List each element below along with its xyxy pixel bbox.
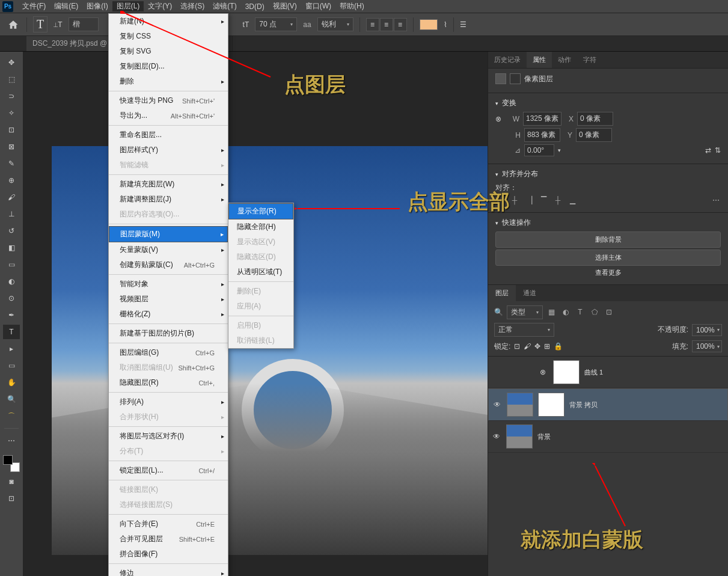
layer-name[interactable]: 背景 拷贝 xyxy=(569,400,598,409)
menu-item[interactable]: 矢量蒙版(V) xyxy=(109,242,228,257)
view-more-link[interactable]: 查看更多 xyxy=(495,268,721,277)
layer-row[interactable]: 👁 背景 xyxy=(488,421,728,453)
type-tool[interactable]: T xyxy=(3,325,20,339)
brush-tool[interactable]: 🖌 xyxy=(3,190,20,204)
crop-tool[interactable]: ⊡ xyxy=(3,123,20,137)
path-select-tool[interactable]: ▸ xyxy=(3,342,20,356)
tab-properties[interactable]: 属性 xyxy=(527,52,552,68)
antialias-select[interactable]: 锐利▾ xyxy=(317,17,353,31)
tab-channels[interactable]: 通道 xyxy=(516,285,543,301)
select-subject-button[interactable]: 选择主体 xyxy=(495,250,721,266)
menu-image[interactable]: 图像(I) xyxy=(82,1,112,11)
menu-type[interactable]: 文字(Y) xyxy=(144,1,176,11)
gradient-tool[interactable]: ▭ xyxy=(3,257,20,272)
quickmask-icon[interactable]: ◙ xyxy=(3,474,20,489)
menu-help[interactable]: 帮助(H) xyxy=(335,1,369,11)
lasso-tool[interactable]: ⊃ xyxy=(3,89,20,103)
flip-v-icon[interactable]: ⇅ xyxy=(715,146,721,155)
transform-header[interactable]: ▾变换 xyxy=(495,98,721,108)
menu-item[interactable]: 锁定图层(L)...Ctrl+/ xyxy=(109,463,228,478)
menu-item[interactable]: 新建基于图层的切片(B) xyxy=(109,326,228,341)
visibility-icon[interactable]: 👁 xyxy=(493,432,501,441)
wand-tool[interactable]: ✧ xyxy=(3,106,20,120)
menu-item[interactable]: 图层蒙版(M) xyxy=(109,226,228,242)
pen-tool[interactable]: ✒ xyxy=(3,308,20,322)
filter-pixel-icon[interactable]: ▦ xyxy=(546,307,556,317)
menu-item[interactable]: 隐藏图层(R)Ctrl+, xyxy=(109,375,228,390)
align-bottom-icon[interactable]: ▁ xyxy=(567,195,577,205)
tab-actions[interactable]: 动作 xyxy=(552,52,577,68)
menu-item[interactable]: 修边 xyxy=(109,566,228,576)
menu-item[interactable]: 智能对象 xyxy=(109,277,228,292)
menu-item[interactable]: 排列(A) xyxy=(109,394,228,409)
history-brush-tool[interactable]: ↺ xyxy=(3,224,20,238)
menu-filter[interactable]: 滤镜(T) xyxy=(209,1,240,11)
more-icon[interactable]: ⋯ xyxy=(711,195,721,205)
menu-item[interactable]: 视频图层 xyxy=(109,292,228,307)
width-field[interactable]: 1325 像素 xyxy=(523,112,561,126)
menu-item[interactable]: 快速导出为 PNGShift+Ctrl+' xyxy=(109,93,228,108)
align-left[interactable]: ≡ xyxy=(366,18,379,31)
blur-tool[interactable]: ◐ xyxy=(3,274,20,289)
shape-tool[interactable]: ▭ xyxy=(3,358,20,373)
type-tool-icon[interactable]: T xyxy=(33,16,47,32)
angle-field[interactable]: 0.00° xyxy=(524,144,554,156)
menu-3d[interactable]: 3D(D) xyxy=(241,2,269,11)
banana-icon[interactable]: ⌒ xyxy=(3,409,20,423)
dodge-tool[interactable]: ⊙ xyxy=(3,291,20,305)
tab-character[interactable]: 字符 xyxy=(577,52,602,68)
lock-trans-icon[interactable]: ⊡ xyxy=(514,342,520,351)
document-tab[interactable]: DSC_2039 拷贝.psd @ xyxy=(26,36,114,51)
layer-thumb[interactable] xyxy=(506,424,533,449)
filter-adjust-icon[interactable]: ◐ xyxy=(561,307,570,317)
mask-thumb[interactable] xyxy=(538,393,564,417)
color-swatches[interactable] xyxy=(3,455,20,472)
orientation-icon[interactable]: ⟂T xyxy=(54,20,62,29)
lock-paint-icon[interactable]: 🖌 xyxy=(524,342,531,351)
x-field[interactable]: 0 像素 xyxy=(577,112,613,126)
quick-actions-header[interactable]: ▾快速操作 xyxy=(495,218,721,228)
menu-item[interactable]: 导出为...Alt+Shift+Ctrl+' xyxy=(109,108,228,123)
align-vcenter-icon[interactable]: ┼ xyxy=(553,195,563,205)
height-field[interactable]: 883 像素 xyxy=(524,128,560,142)
menu-item[interactable]: 栅格化(Z) xyxy=(109,307,228,322)
menu-item[interactable]: 将图层与选区对齐(I) xyxy=(109,429,228,444)
align-right[interactable]: ≡ xyxy=(394,18,407,31)
menu-layer[interactable]: 图层(L) xyxy=(112,1,144,11)
lock-pos-icon[interactable]: ✥ xyxy=(534,342,540,351)
blend-mode-select[interactable]: 正常▾ xyxy=(494,323,554,337)
mask-thumb[interactable] xyxy=(553,360,580,384)
font-family-select[interactable]: 楷 xyxy=(69,17,99,31)
fill-field[interactable]: 100%▾ xyxy=(692,340,722,352)
menu-item[interactable]: 重命名图层... xyxy=(109,127,228,142)
hand-tool[interactable]: ✋ xyxy=(3,375,20,390)
search-icon[interactable]: 🔍 xyxy=(494,308,503,316)
layer-thumb[interactable] xyxy=(507,393,533,417)
marquee-tool[interactable]: ⬚ xyxy=(3,72,20,87)
opacity-field[interactable]: 100%▾ xyxy=(692,324,722,336)
submenu-item[interactable]: 从透明区域(T) xyxy=(228,265,293,280)
layer-name[interactable]: 曲线 1 xyxy=(584,368,603,377)
menu-edit[interactable]: 编辑(E) xyxy=(50,1,82,11)
tab-history[interactable]: 历史记录 xyxy=(488,52,527,68)
visibility-icon[interactable]: 👁 xyxy=(494,400,502,409)
stamp-tool[interactable]: ⊥ xyxy=(3,207,20,221)
align-right-icon[interactable]: ▕ xyxy=(524,195,534,205)
filter-shape-icon[interactable]: ⬠ xyxy=(590,307,599,317)
eyedropper-tool[interactable]: ✎ xyxy=(3,156,20,171)
lock-all-icon[interactable]: 🔒 xyxy=(554,342,563,351)
menu-item[interactable]: 新建填充图层(W) xyxy=(109,177,228,192)
layer-row[interactable]: 👁 背景 拷贝 xyxy=(488,388,728,421)
menu-item[interactable]: 图层编组(G)Ctrl+G xyxy=(109,345,228,360)
layer-row[interactable]: ⊗ 曲线 1 xyxy=(488,357,728,388)
flip-h-icon[interactable]: ⇄ xyxy=(705,146,711,155)
text-color-swatch[interactable] xyxy=(420,19,438,30)
remove-bg-button[interactable]: 删除背景 xyxy=(495,231,721,248)
submenu-item[interactable]: 显示全部(R) xyxy=(228,203,293,219)
eraser-tool[interactable]: ◧ xyxy=(3,241,20,255)
panel-toggle-icon[interactable]: ☰ xyxy=(460,20,466,29)
screenmode-icon[interactable]: ⊡ xyxy=(3,491,20,506)
lock-artboard-icon[interactable]: ⊞ xyxy=(544,342,550,351)
menu-item[interactable]: 创建剪贴蒙版(C)Alt+Ctrl+G xyxy=(109,257,228,272)
zoom-tool[interactable]: 🔍 xyxy=(3,392,20,406)
